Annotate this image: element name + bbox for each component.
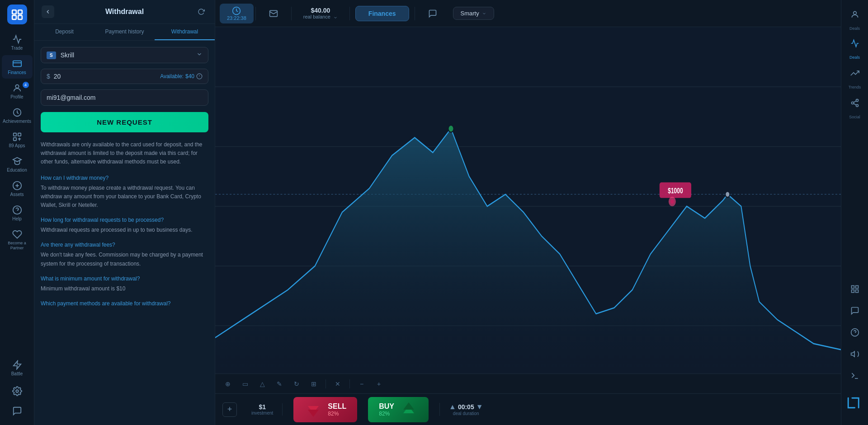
profile-badge: 4 — [23, 82, 29, 88]
sidebar-item-profile[interactable]: Profile 4 — [2, 79, 33, 103]
chat-button[interactable] — [417, 6, 448, 21]
available-balance: Available: $40 — [160, 73, 203, 79]
duration-decrease-button[interactable]: ▲ — [449, 403, 456, 411]
panel-back-button[interactable] — [42, 5, 54, 18]
sidebar-layout-button[interactable] — [845, 279, 865, 299]
rotate-tool[interactable]: ↻ — [291, 378, 302, 389]
buy-info: BUY 82% — [379, 402, 394, 417]
investment-value: $1 — [259, 403, 266, 411]
amount-input[interactable] — [54, 73, 160, 80]
chart-toolbar: ⊕ ▭ △ ✎ ↻ ⊞ ✕ − + — [215, 374, 841, 393]
investment-group: $1 investment — [242, 403, 283, 416]
right-sidebar: Deals Deals Trends Social — [841, 0, 868, 425]
svg-rect-9 — [18, 133, 20, 136]
sidebar-item-trade[interactable]: Trade — [2, 31, 33, 54]
right-social-text: Social — [849, 115, 860, 119]
chart-area: $1000 — [215, 27, 841, 374]
sidebar-item-apps[interactable]: 89 Apps — [2, 128, 33, 152]
faq-question-2[interactable]: Are there any withdrawal fees? — [41, 242, 208, 248]
sell-button[interactable]: SELL 82% — [293, 397, 357, 422]
sidebar-item-feedback[interactable] — [2, 402, 33, 420]
email-input[interactable] — [47, 94, 203, 101]
sidebar-item-partner[interactable]: Become a Partner — [2, 226, 33, 254]
sidebar-assets-label: Assets — [10, 192, 24, 197]
time-display: 23:22:38 — [227, 15, 246, 21]
svg-point-19 — [16, 390, 19, 392]
triangle-tool[interactable]: △ — [257, 378, 268, 389]
smarty-label: Smarty — [461, 10, 479, 17]
add-investment-button[interactable]: + — [222, 402, 237, 417]
sidebar-item-education[interactable]: Education — [2, 153, 33, 176]
app-logo[interactable] — [7, 5, 27, 24]
rectangle-tool[interactable]: ▭ — [240, 378, 250, 389]
payment-method-select[interactable]: S Skrill — [41, 47, 208, 63]
smarty-button[interactable]: Smarty — [453, 7, 494, 20]
svg-rect-43 — [851, 286, 854, 289]
withdrawal-info-text: Withdrawals are only available to the ca… — [41, 140, 208, 167]
sidebar-trends-button[interactable] — [845, 63, 865, 83]
brand-logo — [845, 388, 865, 420]
draw-tool[interactable]: ✎ — [274, 378, 285, 389]
buy-button[interactable]: BUY 82% — [368, 397, 429, 422]
sell-pct: 82% — [328, 411, 346, 417]
finances-nav-button[interactable]: Finances — [355, 6, 409, 21]
sidebar-item-help[interactable]: Help — [2, 201, 33, 225]
svg-point-6 — [15, 85, 19, 88]
panel-refresh-button[interactable] — [195, 5, 208, 18]
duration-increase-button[interactable]: ▼ — [476, 403, 483, 411]
withdrawal-panel: Withdrawal Deposit Payment history Withd… — [34, 0, 215, 425]
sidebar-bottom: Battle — [2, 356, 33, 420]
divider — [291, 7, 292, 20]
sidebar-user-button[interactable] — [845, 5, 865, 24]
deal-duration-label: deal duration — [453, 411, 479, 416]
faq-question-1[interactable]: How long for withdrawal requests to be p… — [41, 217, 208, 223]
zoom-in-tool[interactable]: + — [373, 378, 384, 389]
toolbar-separator — [326, 379, 326, 388]
email-button[interactable] — [258, 6, 289, 21]
sidebar-education-label: Education — [7, 168, 27, 173]
sidebar-deals-button[interactable] — [845, 33, 865, 53]
main-area: 23:22:38 $40.00 real balance Finances — [215, 0, 841, 425]
svg-rect-1 — [18, 10, 22, 14]
sidebar-battle-label: Battle — [11, 371, 23, 376]
investment-label: investment — [251, 411, 273, 416]
tab-history[interactable]: Payment history — [94, 24, 155, 40]
sidebar-item-settings[interactable] — [2, 383, 33, 400]
sidebar-messages-button[interactable] — [845, 301, 865, 321]
tab-deposit[interactable]: Deposit — [34, 24, 94, 40]
svg-point-39 — [851, 102, 854, 104]
sidebar-volume-button[interactable] — [845, 344, 865, 364]
faq-question-4[interactable]: Which payment methods are available for … — [41, 300, 208, 307]
sidebar-help-button[interactable] — [845, 322, 865, 342]
currency-symbol: $ — [47, 73, 50, 80]
faq-question-0[interactable]: How can I withdraw money? — [41, 175, 208, 181]
svg-rect-10 — [13, 138, 16, 140]
new-request-button[interactable]: NEW REQUEST — [41, 112, 208, 132]
time-button[interactable]: 23:22:38 — [220, 4, 254, 23]
sidebar-item-assets[interactable]: Assets — [2, 177, 33, 201]
sidebar-social-button[interactable] — [845, 93, 865, 113]
crosshair-tool[interactable]: ⊕ — [222, 378, 233, 389]
email-row — [41, 89, 208, 106]
svg-marker-49 — [851, 351, 854, 357]
panel-content: S Skrill $ Available: $40 — [34, 41, 215, 425]
chevron-down-icon — [196, 51, 203, 59]
balance-amount: $40.00 — [311, 7, 330, 14]
sidebar-item-battle[interactable]: Battle — [2, 356, 33, 380]
faq-answer-1: Withdrawal requests are processed in up … — [41, 226, 208, 234]
tab-withdrawal[interactable]: Withdrawal — [155, 24, 215, 40]
payment-logo: S — [47, 51, 56, 59]
sidebar-item-achievements[interactable]: Achievements — [2, 104, 33, 127]
sidebar-terminal-button[interactable] — [845, 366, 865, 386]
amount-row: $ Available: $40 — [41, 69, 208, 84]
sell-info: SELL 82% — [328, 402, 346, 417]
toolbar-separator — [349, 379, 350, 388]
close-tool[interactable]: ✕ — [332, 378, 343, 389]
faq-question-3[interactable]: What is minimum amount for withdrawal? — [41, 276, 208, 282]
zoom-out-tool[interactable]: − — [356, 378, 367, 389]
sidebar-item-finances[interactable]: Finances — [2, 55, 33, 79]
svg-line-41 — [854, 103, 856, 105]
svg-rect-8 — [13, 133, 16, 136]
grid-tool[interactable]: ⊞ — [308, 378, 319, 389]
panel-title: Withdrawal — [105, 8, 144, 16]
